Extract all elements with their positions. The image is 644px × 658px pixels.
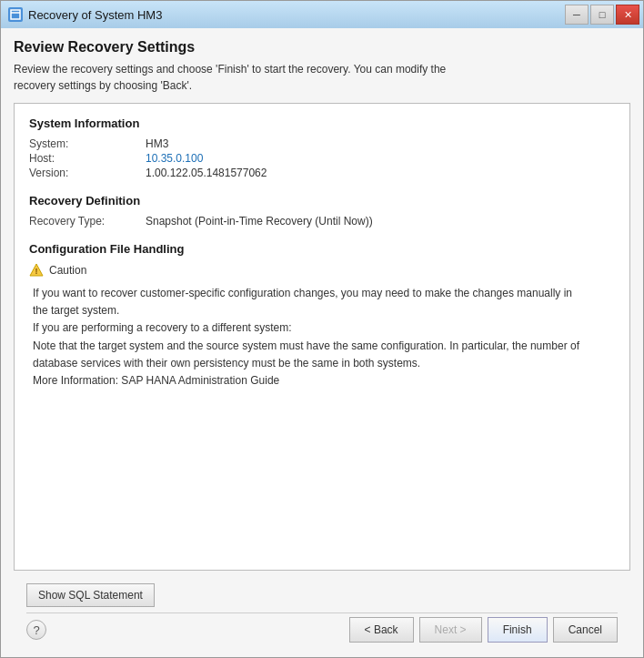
system-value: HM3 [146, 137, 615, 150]
caution-line1: If you want to recover customer-specific… [33, 287, 572, 299]
title-bar: Recovery of System HM3 ─ □ ✕ [1, 1, 643, 28]
caution-line4: Note that the target system and the sour… [33, 339, 579, 352]
system-information-title: System Information [29, 116, 615, 130]
recovery-definition-section: Recovery Definition Recovery Type: Snaps… [29, 194, 615, 228]
system-info-grid: System: HM3 Host: 10.35.0.100 Version: 1… [29, 137, 615, 179]
configuration-section: Configuration File Handling ! Caution If… [29, 242, 615, 390]
footer-right: < Back Next > Finish Cancel [349, 617, 618, 643]
main-window: Recovery of System HM3 ─ □ ✕ Review Reco… [0, 0, 644, 658]
caution-line5: database services with their own persist… [33, 357, 420, 369]
caution-label: Caution [49, 264, 86, 277]
configuration-title: Configuration File Handling [29, 242, 615, 256]
window-title: Recovery of System HM3 [28, 8, 162, 22]
page-title: Review Recovery Settings [14, 39, 630, 56]
finish-button[interactable]: Finish [488, 617, 548, 643]
page-description: Review the recovery settings and choose … [14, 61, 630, 94]
recovery-definition-title: Recovery Definition [29, 194, 615, 208]
bottom-bar: Show SQL Statement ? < Back Next > Finis… [14, 578, 630, 650]
system-information-section: System Information System: HM3 Host: 10.… [29, 116, 615, 179]
version-value: 1.00.122.05.1481577062 [146, 167, 615, 179]
description-line2: recovery settings by choosing 'Back'. [14, 79, 192, 92]
back-button[interactable]: < Back [349, 617, 414, 643]
caution-line3: If you are performing a recovery to a di… [33, 321, 292, 334]
help-button[interactable]: ? [26, 620, 46, 640]
sql-row: Show SQL Statement [26, 583, 618, 607]
show-sql-button[interactable]: Show SQL Statement [26, 583, 155, 607]
minimize-button[interactable]: ─ [565, 5, 589, 25]
caution-line2: the target system. [33, 304, 119, 317]
cancel-button[interactable]: Cancel [553, 617, 618, 643]
footer-row: ? < Back Next > Finish Cancel [26, 612, 618, 643]
recovery-type-value: Snapshot (Point-in-Time Recovery (Until … [146, 215, 615, 228]
app-icon [8, 7, 23, 22]
title-bar-left: Recovery of System HM3 [8, 7, 162, 22]
recovery-type-label: Recovery Type: [29, 215, 138, 228]
content-area: Review Recovery Settings Review the reco… [1, 28, 643, 657]
host-value: 10.35.0.100 [146, 152, 615, 165]
version-label: Version: [29, 167, 138, 179]
maximize-button[interactable]: □ [590, 5, 614, 25]
title-bar-controls: ─ □ ✕ [565, 5, 639, 25]
description-line1: Review the recovery settings and choose … [14, 63, 446, 76]
recovery-definition-grid: Recovery Type: Snapshot (Point-in-Time R… [29, 215, 615, 228]
next-button[interactable]: Next > [419, 617, 482, 643]
caution-body: If you want to recover customer-specific… [33, 285, 615, 390]
close-button[interactable]: ✕ [616, 5, 639, 25]
caution-line6: More Information: SAP HANA Administratio… [33, 374, 279, 387]
caution-row: ! Caution [29, 263, 615, 278]
svg-text:!: ! [35, 267, 38, 276]
main-panel: System Information System: HM3 Host: 10.… [14, 103, 630, 571]
svg-rect-0 [11, 10, 20, 19]
host-label: Host: [29, 152, 138, 165]
system-label: System: [29, 137, 138, 150]
footer-left: ? [26, 620, 46, 640]
caution-icon: ! [29, 263, 44, 278]
